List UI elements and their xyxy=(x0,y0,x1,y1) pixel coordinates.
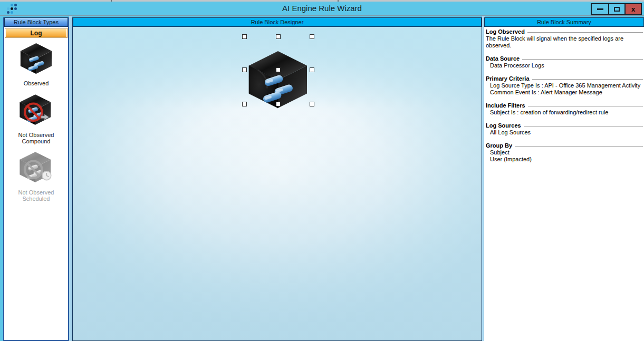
section-title: Group By xyxy=(486,142,512,149)
block-type-observed[interactable]: Observed xyxy=(4,43,68,86)
selection-handle-bottom-left[interactable] xyxy=(242,102,247,106)
section-title: Log Observed xyxy=(486,28,525,35)
summary-section-log-sources: Log Sources All Log Sources xyxy=(486,122,643,136)
log-not-observed-compound-cube-icon xyxy=(4,93,68,128)
summary-content: Log Observed The Rule Block will signal … xyxy=(484,27,644,163)
block-type-label: Observed xyxy=(4,80,68,86)
section-line: All Log Sources xyxy=(486,129,643,136)
selection-handle-top-left[interactable] xyxy=(242,34,247,39)
summary-section-data-source: Data Source Data Processor Logs xyxy=(486,55,643,69)
section-title: Include Filters xyxy=(486,102,525,109)
minimize-button[interactable] xyxy=(592,4,608,14)
window-title: AI Engine Rule Wizard xyxy=(0,4,644,13)
section-title: Log Sources xyxy=(486,122,521,129)
minimize-icon xyxy=(597,8,603,10)
rule-block-types-header: Rule Block Types xyxy=(4,17,68,27)
summary-section-group-by: Group By Subject User (Impacted) xyxy=(486,142,643,163)
summary-section-primary-criteria: Primary Criteria Log Source Type Is : AP… xyxy=(486,75,643,96)
selection-handle-top-right[interactable] xyxy=(310,34,314,39)
block-type-label: Not Observed Scheduled xyxy=(4,189,68,202)
section-divider xyxy=(515,146,643,147)
rule-block-designer-panel: Rule Block Designer xyxy=(72,17,482,341)
maximize-button[interactable] xyxy=(608,4,624,14)
rule-block-designer-header: Rule Block Designer xyxy=(73,17,482,27)
section-divider xyxy=(522,59,643,60)
log-observed-rule-block[interactable] xyxy=(247,50,309,109)
section-line: Log Source Type Is : API - Office 365 Ma… xyxy=(486,82,643,89)
section-line: Subject Is : creation of forwarding/redi… xyxy=(486,109,643,116)
log-category-button[interactable]: Log xyxy=(5,28,68,38)
section-line: The Rule Block will signal when the spec… xyxy=(486,35,643,49)
section-divider xyxy=(524,126,643,126)
block-type-not-observed-scheduled: Not Observed Scheduled xyxy=(4,151,68,202)
selection-handle-middle-right[interactable] xyxy=(310,67,314,72)
summary-section-include-filters: Include Filters Subject Is : creation of… xyxy=(486,102,643,116)
maximize-icon xyxy=(614,7,620,12)
selection-handle-bottom-center[interactable] xyxy=(276,102,281,106)
close-button[interactable]: x xyxy=(624,4,641,14)
section-divider xyxy=(528,106,643,106)
section-divider xyxy=(527,32,643,33)
section-line: Common Event Is : Alert Manager Message xyxy=(486,89,643,96)
selection-handle-middle-left[interactable] xyxy=(242,67,247,72)
rule-block-summary-panel: Rule Block Summary Log Observed The Rule… xyxy=(484,17,644,341)
section-divider xyxy=(532,79,643,80)
designer-canvas[interactable] xyxy=(73,27,482,340)
summary-section-log-observed: Log Observed The Rule Block will signal … xyxy=(486,28,643,49)
rule-block-types-panel: Rule Block Types Log Observed Not Observ… xyxy=(3,17,69,341)
rule-block-summary-header: Rule Block Summary xyxy=(484,17,644,27)
section-line: Subject xyxy=(486,149,643,156)
section-title: Primary Criteria xyxy=(486,75,530,82)
block-type-not-observed-compound[interactable]: Not Observed Compound xyxy=(4,93,68,144)
selection-handle-top-center[interactable] xyxy=(276,34,281,39)
block-type-label: Not Observed Compound xyxy=(4,132,68,144)
log-not-observed-scheduled-cube-icon xyxy=(4,151,68,186)
log-observed-cube-icon xyxy=(4,43,68,76)
selection-handle-bottom-right[interactable] xyxy=(310,102,314,106)
window-controls: x xyxy=(591,3,642,15)
selection-handle-center[interactable] xyxy=(276,67,281,72)
section-line: User (Impacted) xyxy=(486,156,643,163)
section-line: Data Processor Logs xyxy=(486,62,643,69)
section-title: Data Source xyxy=(486,55,520,62)
title-bar: AI Engine Rule Wizard x xyxy=(0,2,644,16)
